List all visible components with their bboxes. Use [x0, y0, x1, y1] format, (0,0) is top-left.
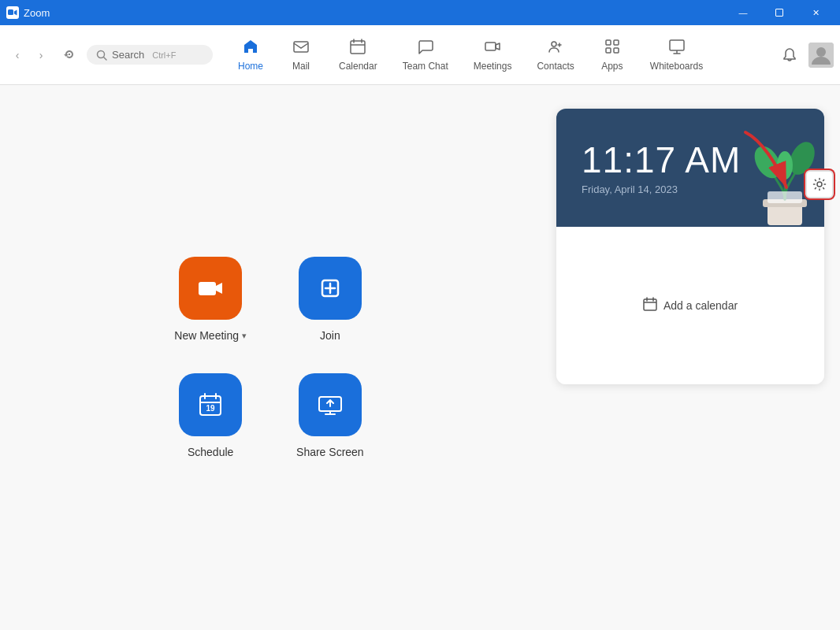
svg-text:19: 19 [206, 404, 216, 413]
navbar: ‹ › Search Ctrl+F Home [0, 25, 840, 85]
mail-icon [292, 38, 310, 57]
titlebar: Zoom — ✕ [0, 0, 840, 25]
tab-meetings[interactable]: Meetings [461, 30, 525, 80]
nav-right [777, 43, 834, 68]
action-grid: New Meeting ▾ Join [174, 257, 366, 458]
tab-contacts-label: Contacts [537, 61, 574, 72]
search-shortcut: Ctrl+F [152, 50, 176, 60]
minimize-button[interactable]: — [725, 0, 761, 25]
join-item: Join [294, 257, 366, 342]
nav-arrows: ‹ › [6, 44, 52, 66]
app-title: Zoom [24, 7, 50, 19]
restore-button[interactable] [761, 0, 797, 25]
schedule-item: 19 Schedule [174, 373, 247, 458]
tab-apps[interactable]: Apps [587, 30, 637, 80]
svg-point-10 [552, 42, 556, 46]
contacts-icon [547, 38, 564, 57]
add-calendar-label: Add a calendar [663, 299, 738, 312]
tab-apps-label: Apps [601, 61, 623, 72]
svg-rect-1 [776, 9, 783, 17]
forward-button[interactable]: › [30, 44, 52, 66]
tab-home-label: Home [238, 61, 263, 72]
new-meeting-dropdown-arrow: ▾ [242, 331, 247, 341]
search-text: Search [112, 49, 144, 61]
svg-rect-11 [606, 40, 611, 45]
tab-meetings-label: Meetings [474, 61, 512, 72]
zoom-logo-icon [6, 6, 19, 19]
clock-header: 11:17 AM Friday, April 14, 2023 [556, 109, 824, 227]
calendar-section: Add a calendar [556, 227, 824, 384]
join-label: Join [320, 329, 340, 342]
tab-mail[interactable]: Mail [276, 30, 326, 80]
nav-tabs: Home Mail Calendar [225, 30, 777, 80]
settings-button[interactable] [805, 170, 834, 198]
tab-home[interactable]: Home [225, 30, 276, 80]
svg-rect-14 [614, 48, 619, 53]
home-icon [242, 38, 259, 57]
back-button[interactable]: ‹ [6, 44, 28, 66]
svg-rect-0 [8, 9, 13, 15]
svg-rect-13 [606, 48, 611, 53]
history-button[interactable] [58, 44, 80, 66]
share-screen-label: Share Screen [296, 446, 364, 458]
svg-rect-12 [614, 40, 619, 45]
search-bar[interactable]: Search Ctrl+F [87, 45, 213, 65]
svg-rect-20 [199, 282, 216, 295]
svg-rect-15 [670, 40, 684, 50]
svg-rect-37 [768, 191, 802, 203]
svg-point-19 [816, 47, 826, 57]
user-avatar[interactable] [808, 43, 834, 68]
join-button[interactable] [299, 257, 362, 320]
tab-calendar[interactable]: Calendar [326, 30, 390, 80]
svg-point-42 [817, 182, 822, 187]
new-meeting-item: New Meeting ▾ [174, 257, 247, 342]
schedule-label: Schedule [188, 446, 233, 458]
schedule-button[interactable]: 19 [179, 373, 242, 436]
right-panel: 11:17 AM Friday, April 14, 2023 [541, 85, 840, 630]
add-calendar-button[interactable]: Add a calendar [643, 297, 738, 314]
notification-bell[interactable] [777, 43, 802, 68]
apps-icon [604, 38, 621, 57]
svg-rect-38 [644, 299, 656, 310]
share-screen-button[interactable] [299, 373, 362, 436]
tab-mail-label: Mail [292, 61, 310, 72]
window-controls: — ✕ [725, 0, 834, 25]
titlebar-logo: Zoom [6, 6, 50, 19]
svg-rect-5 [351, 41, 365, 54]
new-meeting-button[interactable] [179, 257, 242, 320]
calendar-icon [349, 38, 366, 57]
tab-whiteboards-label: Whiteboards [650, 61, 703, 72]
svg-point-36 [777, 151, 793, 180]
svg-rect-9 [485, 43, 496, 50]
whiteboards-icon [668, 38, 686, 57]
close-button[interactable]: ✕ [797, 0, 834, 25]
meetings-icon [484, 38, 501, 57]
tab-calendar-label: Calendar [339, 61, 377, 72]
tab-contacts[interactable]: Contacts [524, 30, 586, 80]
left-panel: New Meeting ▾ Join [0, 85, 541, 630]
new-meeting-label: New Meeting ▾ [174, 329, 247, 342]
svg-rect-4 [294, 42, 308, 52]
share-screen-item: Share Screen [294, 373, 366, 458]
tab-whiteboards[interactable]: Whiteboards [637, 30, 715, 80]
svg-line-3 [104, 57, 107, 60]
team-chat-icon [417, 38, 434, 57]
main-content: New Meeting ▾ Join [0, 85, 840, 630]
tab-team-chat-label: Team Chat [403, 61, 448, 72]
tab-team-chat[interactable]: Team Chat [390, 30, 461, 80]
calendar-add-icon [643, 297, 657, 314]
clock-card: 11:17 AM Friday, April 14, 2023 [556, 109, 824, 384]
